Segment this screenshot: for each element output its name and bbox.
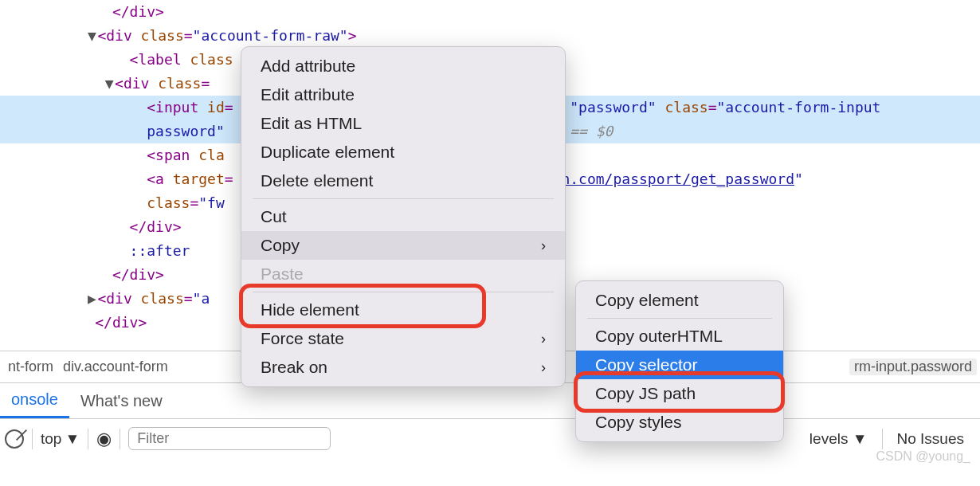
menu-paste: Paste [241,260,565,288]
menu-delete-element[interactable]: Delete element [241,167,565,195]
menu-copy-js-path[interactable]: Copy JS path [576,379,783,408]
separator [882,429,883,449]
breadcrumb-item[interactable]: nt-form [3,359,58,375]
eye-icon[interactable]: ◉ [96,429,112,449]
menu-copy[interactable]: Copy› [241,231,565,260]
drawer-tabs: onsole What's new [0,382,980,418]
chevron-down-icon: ▼ [65,430,80,448]
menu-cut[interactable]: Cut [241,202,565,231]
separator [120,429,120,449]
disclosure-triangle-icon[interactable]: ▼ [104,72,115,96]
menu-copy-styles[interactable]: Copy styles [576,408,783,437]
menu-duplicate-element[interactable]: Duplicate element [241,138,565,167]
disclosure-triangle-icon[interactable]: ▼ [86,24,97,48]
breadcrumb-item-active[interactable]: rm-input.password [849,359,977,375]
chevron-right-icon: › [541,331,546,347]
code-line[interactable]: </div> [0,0,980,24]
console-toolbar: top ▼ ◉ levels ▼ No Issues [0,418,980,458]
filter-input[interactable] [128,427,331,450]
issues-indicator[interactable]: No Issues [897,430,964,448]
menu-edit-as-html[interactable]: Edit as HTML [241,109,565,138]
clear-console-icon[interactable] [5,429,24,449]
menu-force-state[interactable]: Force state› [241,324,565,353]
context-menu: Add attribute Edit attribute Edit as HTM… [241,46,566,387]
code-line[interactable]: ▼<div class="account-form-raw"> [0,24,980,48]
separator [88,429,88,449]
context-submenu-copy: Copy element Copy outerHTML Copy selecto… [575,280,784,442]
chevron-right-icon: › [541,237,546,254]
context-selector[interactable]: top ▼ [41,430,80,448]
menu-copy-element[interactable]: Copy element [576,286,783,315]
menu-copy-selector[interactable]: Copy selector [576,351,783,379]
menu-break-on[interactable]: Break on› [241,353,565,382]
menu-hide-element[interactable]: Hide element [241,296,565,324]
breadcrumb-item[interactable]: div.account-form [58,359,173,375]
menu-edit-attribute[interactable]: Edit attribute [241,80,565,109]
watermark: CSDN @young_ [876,449,970,464]
menu-add-attribute[interactable]: Add attribute [241,52,565,80]
disclosure-triangle-icon[interactable]: ▶ [86,287,97,311]
chevron-right-icon: › [541,359,546,376]
tab-console[interactable]: onsole [0,383,69,418]
log-levels-dropdown[interactable]: levels ▼ [809,430,868,448]
tab-whats-new[interactable]: What's new [69,383,174,418]
menu-copy-outerhtml[interactable]: Copy outerHTML [576,322,783,351]
separator [32,429,33,449]
